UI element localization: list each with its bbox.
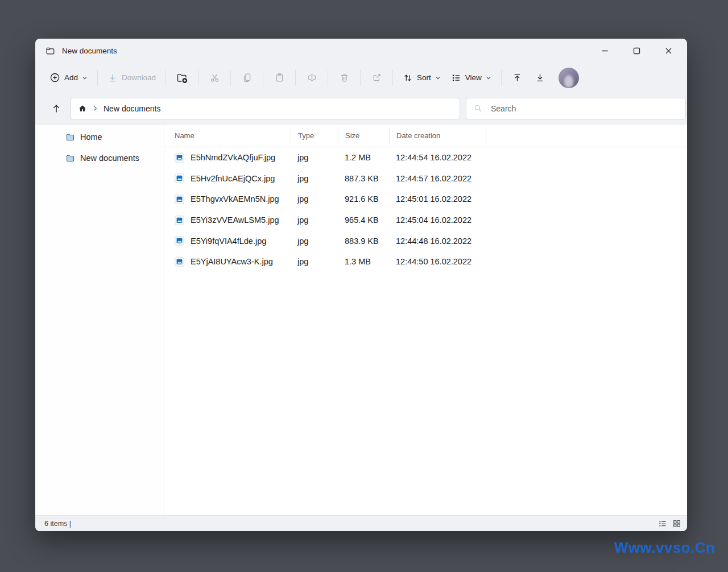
image-file-icon	[175, 215, 184, 225]
table-row[interactable]: E5Yi9fqVIA4fLde.jpg jpg 883.9 KB 12:44:4…	[164, 230, 687, 251]
view-button[interactable]: View	[446, 69, 497, 86]
file-date: 12:44:54 16.02.2022	[389, 153, 486, 162]
circle-plus-icon	[49, 72, 60, 83]
column-header-filler	[486, 129, 687, 143]
sort-label: Sort	[417, 73, 431, 82]
file-list-header: Name Type Size Date creation	[164, 125, 687, 147]
toolbar-separator	[328, 70, 328, 86]
file-date: 12:44:50 16.02.2022	[389, 257, 486, 266]
file-name: E5YjAI8UYAcw3-K.jpg	[191, 257, 273, 266]
minimize-button[interactable]	[598, 44, 611, 57]
sort-arrows-icon	[403, 73, 413, 83]
breadcrumb-segment[interactable]: New documents	[104, 104, 160, 113]
file-type: jpg	[291, 153, 338, 162]
file-name: E5Yi3zVVEAwLSM5.jpg	[191, 215, 279, 225]
toolbar-separator	[166, 70, 166, 86]
search-container	[466, 98, 686, 119]
file-size: 1.3 MB	[338, 257, 389, 266]
toolbar-separator	[360, 70, 361, 86]
copy-icon	[242, 72, 253, 83]
navigation-row: New documents	[35, 93, 687, 124]
user-avatar[interactable]	[559, 68, 579, 88]
table-row[interactable]: E5YjAI8UYAcw3-K.jpg jpg 1.3 MB 12:44:50 …	[164, 251, 687, 272]
file-size: 887.3 KB	[338, 174, 389, 183]
address-bar[interactable]: New documents	[71, 98, 460, 119]
blue-folder-icon	[65, 154, 75, 163]
download-label: Download	[122, 73, 156, 82]
table-row[interactable]: E5ThgvxVkAEMn5N.jpg jpg 921.6 KB 12:45:0…	[164, 189, 687, 210]
toolbar-separator	[263, 70, 263, 86]
status-bar: 6 items |	[35, 515, 687, 531]
file-type: jpg	[291, 194, 338, 204]
column-header-size[interactable]: Size	[338, 129, 389, 143]
chevron-down-icon	[435, 75, 441, 81]
file-type: jpg	[291, 237, 338, 246]
paste-button[interactable]	[268, 68, 291, 88]
blue-folder-icon	[65, 132, 75, 142]
upload-button[interactable]	[506, 68, 529, 88]
details-view-toggle[interactable]	[658, 519, 667, 528]
toolbar-separator	[392, 70, 393, 86]
up-directory-button[interactable]	[44, 98, 68, 119]
new-folder-button[interactable]	[171, 68, 193, 88]
share-icon	[371, 72, 382, 83]
share-button[interactable]	[365, 68, 388, 88]
toolbar-separator	[501, 70, 502, 86]
home-icon	[78, 104, 87, 113]
sort-button[interactable]: Sort	[398, 69, 446, 86]
rename-icon	[307, 72, 317, 83]
trash-icon	[339, 72, 350, 83]
file-date: 12:44:48 16.02.2022	[389, 237, 486, 246]
file-name: E5hNmdZVkAQfjuF.jpg	[191, 153, 275, 162]
table-row[interactable]: E5Hv2fnUcAEjQCx.jpg jpg 887.3 KB 12:44:5…	[164, 168, 687, 189]
delete-button[interactable]	[333, 68, 355, 88]
table-row[interactable]: E5Yi3zVVEAwLSM5.jpg jpg 965.4 KB 12:45:0…	[164, 210, 687, 231]
image-file-icon	[175, 236, 184, 246]
file-size: 883.9 KB	[338, 237, 389, 246]
file-type: jpg	[291, 257, 338, 266]
column-header-type[interactable]: Type	[291, 129, 338, 143]
column-header-name[interactable]: Name	[164, 129, 291, 143]
download-icon	[107, 73, 118, 83]
cut-button[interactable]	[203, 68, 226, 88]
image-file-icon	[175, 194, 184, 204]
file-date: 12:44:57 16.02.2022	[389, 174, 486, 183]
download-to-device-button[interactable]	[529, 68, 552, 88]
folder-plus-icon	[176, 72, 188, 84]
sidebar-item-label: New documents	[80, 154, 139, 163]
table-row[interactable]: E5hNmdZVkAQfjuF.jpg jpg 1.2 MB 12:44:54 …	[164, 147, 687, 168]
file-type: jpg	[291, 174, 338, 183]
file-size: 965.4 KB	[338, 215, 389, 225]
items-count: 6 items |	[44, 520, 71, 528]
list-view-icon	[451, 73, 461, 83]
add-button[interactable]: Add	[44, 69, 93, 86]
close-button[interactable]	[662, 44, 675, 57]
column-header-date[interactable]: Date creation	[389, 129, 486, 143]
image-file-icon	[175, 257, 184, 267]
content-area: Home New documents Name Type Size Date c…	[35, 124, 687, 515]
chevron-right-icon	[92, 105, 98, 111]
maximize-button[interactable]	[630, 44, 643, 57]
toolbar-separator	[230, 70, 231, 86]
copy-button[interactable]	[235, 68, 258, 88]
add-label: Add	[64, 73, 78, 82]
file-size: 921.6 KB	[338, 194, 389, 204]
file-type: jpg	[291, 215, 338, 225]
window-controls	[598, 44, 675, 57]
download-button[interactable]: Download	[102, 69, 161, 86]
chevron-down-icon	[82, 75, 88, 81]
page-title: New documents	[62, 47, 117, 55]
search-icon	[473, 103, 483, 113]
sidebar-item-new-documents[interactable]: New documents	[35, 150, 164, 167]
search-input[interactable]	[491, 104, 679, 113]
sidebar-item-home[interactable]: Home	[35, 129, 164, 146]
download-tray-icon	[535, 72, 545, 83]
view-label: View	[465, 73, 482, 82]
file-list: Name Type Size Date creation E5hNmdZVkAQ…	[164, 125, 687, 515]
paste-icon	[274, 72, 285, 83]
rename-button[interactable]	[300, 68, 323, 88]
watermark: Www.vvso.Cn	[614, 539, 715, 557]
sidebar-item-label: Home	[80, 132, 102, 142]
grid-view-toggle[interactable]	[672, 519, 681, 528]
file-name: E5Hv2fnUcAEjQCx.jpg	[191, 174, 275, 183]
